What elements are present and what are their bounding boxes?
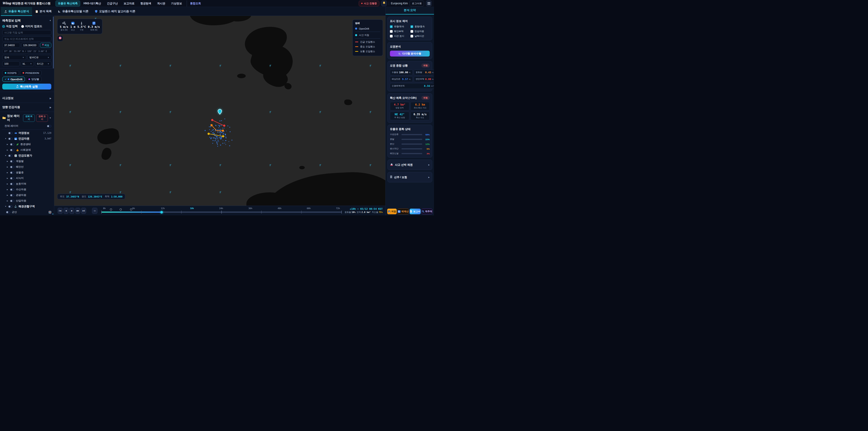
layer-row-관광자원[interactable]: ▶관광자원: [2, 192, 51, 198]
nav-item-통합조회[interactable]: 통합조회: [187, 0, 204, 6]
accident-info-section[interactable]: 사고정보▶: [2, 94, 51, 102]
checkbox-유향/유속[interactable]: ✓유향/유속: [390, 25, 409, 28]
layer-toggle[interactable]: [10, 194, 14, 196]
notifications-button[interactable]: [381, 0, 387, 6]
ship-specs-section[interactable]: 사고 선박 제원 ▶: [388, 160, 432, 170]
layer-row-어장정보[interactable]: 어장정보17,129: [2, 130, 51, 136]
layer-row-보호지역[interactable]: ▶보호지역: [2, 181, 51, 187]
layer-toggle[interactable]: [10, 183, 14, 185]
tab-오일펜스 배치 알고리즘 이론[interactable]: 오일펜스 배치 알고리즘 이론: [92, 7, 138, 16]
oilfence-line[interactable]: [212, 125, 223, 131]
nav-item-게시판[interactable]: 게시판: [155, 0, 168, 6]
radio-direct-input[interactable]: 직접 입력: [2, 24, 18, 28]
checkbox-풍향/풍속[interactable]: ✓풍향/풍속: [410, 25, 430, 28]
run-prediction-button[interactable]: 확산예측 실행: [2, 84, 51, 90]
layer-row-수산자원[interactable]: ▶수산자원: [2, 187, 51, 192]
sidebar-scrollbar[interactable]: [53, 17, 54, 215]
oilfence-line[interactable]: [212, 120, 224, 126]
prediction-input-section-header[interactable]: 예측정보 입력 ▼: [2, 18, 51, 24]
저장-button[interactable]: 저장: [387, 209, 397, 214]
oilfence-line[interactable]: [209, 134, 223, 136]
layer-row-해안선[interactable]: ▶해안선: [2, 164, 51, 170]
layer-toggle[interactable]: [10, 172, 14, 174]
layer-toggle[interactable]: [10, 177, 14, 180]
playback-speed-button[interactable]: 1x: [92, 208, 97, 214]
layer-toggle[interactable]: [10, 149, 14, 151]
oilfence-endpoint[interactable]: [223, 125, 225, 127]
layer-style-icon[interactable]: [49, 211, 51, 214]
역추적-button[interactable]: 역추적: [422, 209, 433, 214]
layer-row-군산[interactable]: 군산: [2, 209, 51, 215]
scrollbar-thumb[interactable]: [53, 17, 54, 68]
layer-toggle[interactable]: [8, 132, 13, 134]
재계산-button[interactable]: ↻재계산: [398, 209, 409, 214]
oilfence-endpoint[interactable]: [211, 119, 213, 121]
oil-type-select[interactable]: 벙커C유▼: [27, 55, 51, 60]
nav-item-항공탐색[interactable]: 항공탐색: [138, 0, 154, 6]
checkbox-해안부착[interactable]: 해안부착: [390, 30, 409, 33]
model-chip-앙상블[interactable]: 앙상블: [26, 76, 41, 82]
skip-start-button[interactable]: ◀: [58, 208, 63, 214]
scroll-down-icon[interactable]: ▼: [52, 213, 54, 215]
layer-row-동해[interactable]: 동해: [2, 215, 51, 215]
layer-row-계절별[interactable]: ▶계절별: [2, 158, 51, 164]
radio-image-upload[interactable]: 이미지 업로드: [21, 24, 42, 28]
layer-row-서식지[interactable]: ▶서식지: [2, 175, 51, 181]
longitude-input[interactable]: [21, 43, 39, 48]
skip-end-button[interactable]: ▶: [81, 208, 86, 214]
layer-toggle[interactable]: [10, 160, 14, 162]
incident-location-marker[interactable]: [218, 109, 222, 115]
nav-item-유출유 확산예측[interactable]: 유출유 확산예측: [55, 0, 80, 6]
all-layers-on-button[interactable]: 전체 켜기: [23, 114, 35, 122]
layer-row-해경관할구역[interactable]: ▼⚓해경관할구역: [2, 204, 51, 209]
보고서-button[interactable]: 보고서: [410, 209, 421, 214]
oilfence-endpoint[interactable]: [211, 124, 213, 126]
layer-toggle[interactable]: [10, 143, 14, 146]
tab-유출유 확산분석[interactable]: 유출유 확산분석: [1, 7, 32, 16]
layer-toggle[interactable]: [10, 200, 14, 202]
nav-item-기상정보[interactable]: 기상정보: [168, 0, 184, 6]
impacted-resources-section[interactable]: 영향 민감자원▶: [2, 103, 51, 112]
layer-toggle[interactable]: [8, 206, 13, 208]
owner-insurance-section[interactable]: 선주 / 보험 ▶: [388, 172, 432, 182]
tab-유출유확산모델 이론[interactable]: 유출유확산모델 이론: [55, 7, 92, 16]
nav-item-HNS·대기확산[interactable]: HNS·대기확산: [81, 0, 103, 6]
all-layers-off-button[interactable]: 전체 끄기: [36, 114, 48, 122]
layer-row-민감자원[interactable]: ▼민감자원3,947: [2, 136, 51, 142]
model-chip-OpenDrift[interactable]: ✓OpenDrift: [2, 76, 25, 82]
logout-button[interactable]: 로그아웃: [410, 1, 424, 6]
tab-분석 목록[interactable]: 분석 목록: [32, 7, 55, 16]
duration-select[interactable]: 6시간▼: [35, 61, 51, 66]
layer-row-산업자원[interactable]: ▶산업자원: [2, 198, 51, 204]
layer-toggle[interactable]: [10, 166, 14, 168]
layer-row-환경생태[interactable]: ▶환경생태: [2, 142, 51, 147]
amount-input[interactable]: [2, 61, 20, 66]
layer-toggle[interactable]: [10, 188, 14, 191]
step-back-button[interactable]: ◀: [64, 208, 68, 214]
play-button[interactable]: ▶: [69, 208, 74, 214]
model-chip-POSEIDON[interactable]: POSEIDON: [20, 70, 41, 75]
nav-item-보고자료[interactable]: 보고자료: [121, 0, 137, 6]
incident-list-input[interactable]: [2, 36, 51, 41]
checkbox-날짜시간[interactable]: 날짜시간: [410, 35, 430, 38]
checkbox-민감자원[interactable]: 민감자원: [410, 30, 430, 33]
layer-toggle[interactable]: [8, 137, 13, 140]
layer-row-사회경제[interactable]: ▶$사회경제: [2, 147, 51, 153]
panel-tab-summary[interactable]: 분석 요약: [385, 7, 434, 14]
nav-item-긴급구난[interactable]: 긴급구난: [104, 0, 120, 6]
all-layers-toggle[interactable]: [47, 125, 51, 127]
layer-row-생물종[interactable]: ▶생물종: [2, 170, 51, 175]
layer-toggle[interactable]: [8, 155, 13, 157]
pick-on-map-button[interactable]: 지도: [40, 43, 51, 48]
menu-button[interactable]: [426, 0, 432, 6]
map-canvas[interactable]: 5 m/s풍속 (N)1 m파고5.5°C수온0.3 m/s해류 (N) 범례 …: [54, 16, 385, 206]
latitude-input[interactable]: [2, 43, 20, 48]
unit-select[interactable]: kL▼: [21, 61, 34, 66]
oilfence-endpoint[interactable]: [222, 129, 224, 132]
incident-name-input[interactable]: [2, 30, 51, 35]
checkbox-시간 표시[interactable]: 시간 표시: [390, 35, 409, 38]
layer-row-민감도평가[interactable]: ▼민감도평가: [2, 153, 51, 158]
spill-type-select[interactable]: 연속▼: [2, 55, 26, 60]
model-chip-KOSPS[interactable]: KOSPS: [2, 70, 19, 75]
timeline-thumb[interactable]: [160, 211, 163, 213]
